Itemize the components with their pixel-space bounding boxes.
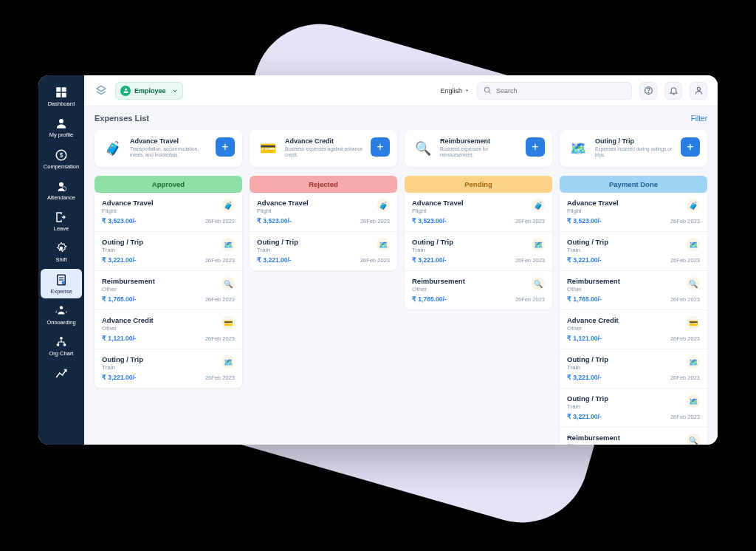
expense-subtitle: Train <box>102 247 235 253</box>
user-avatar-icon <box>120 86 131 96</box>
exit-icon <box>55 211 68 224</box>
sidebar-item-leave[interactable]: Leave <box>41 206 82 236</box>
category-desc: Business expenses against advance credit… <box>285 146 365 159</box>
expense-card[interactable]: Outing / TripTrain₹ 3,221.00/-26Feb 2023… <box>405 232 552 271</box>
search-box[interactable] <box>477 82 632 100</box>
expense-subtitle: Flight <box>257 208 390 214</box>
sidebar-item-label: Leave <box>54 226 69 232</box>
category-card-outing: 🗺️ Outing / Trip Expenses incurred durin… <box>560 130 707 167</box>
content-area: Expenses List Filter 🧳 Advance Travel Tr… <box>84 106 718 445</box>
sidebar-item-orgchart[interactable]: Org Chart <box>41 331 82 360</box>
expense-card[interactable]: Advance CreditOther₹ 1,121.00/-26Feb 202… <box>94 310 242 349</box>
expense-title: Advance Travel <box>257 199 390 207</box>
expense-amount: ₹ 3,523.00/- <box>412 217 447 225</box>
expense-card[interactable]: Outing / TripTrain₹ 3,221.00/-26Feb 2023… <box>560 389 707 428</box>
expense-type-icon: 🗺️ <box>377 238 390 251</box>
sidebar-item-label: Onboarding <box>47 320 75 326</box>
sidebar-item-dashboard[interactable]: Dashboard <box>41 81 82 111</box>
expense-type-icon: 🔍 <box>687 434 700 445</box>
expense-title: Reimbursement <box>567 277 700 285</box>
role-selector[interactable]: Employee <box>115 82 183 100</box>
expense-card[interactable]: Advance CreditOther₹ 1,121.00/-26Feb 202… <box>560 310 707 349</box>
expense-card[interactable]: Outing / TripTrain₹ 3,221.00/-26Feb 2023… <box>250 232 397 270</box>
sidebar-item-more[interactable] <box>41 362 82 383</box>
svg-rect-3 <box>62 93 66 97</box>
expense-amount: ₹ 1,765.00/- <box>102 295 137 303</box>
expense-subtitle: Other <box>412 286 545 292</box>
search-icon <box>484 86 492 95</box>
reimbursement-icon: 🔍 <box>412 137 434 160</box>
kanban-columns: ApprovedAdvance TravelFlight₹ 3,523.00/-… <box>94 176 707 445</box>
category-desc: Transportation, accommodation, meals, an… <box>130 146 210 159</box>
expense-type-icon: 🧳 <box>532 199 545 212</box>
expense-card[interactable]: Advance TravelFlight₹ 3,523.00/-26Feb 20… <box>560 193 707 232</box>
add-outing-button[interactable]: + <box>681 137 700 157</box>
expense-title: Advance Travel <box>567 199 700 207</box>
expense-title: Outing / Trip <box>567 355 700 363</box>
language-label: English <box>440 87 462 95</box>
kanban-column: ApprovedAdvance TravelFlight₹ 3,523.00/-… <box>94 176 242 445</box>
expense-subtitle: Train <box>567 403 700 410</box>
category-desc: Business expenses for reimbursement. <box>440 146 520 159</box>
expense-date: 26Feb 2023 <box>205 257 235 264</box>
expense-card[interactable]: ReimbursementOther₹ 1,765.00/-26Feb 2023… <box>94 271 242 310</box>
expense-card[interactable]: Outing / TripTrain₹ 3,221.00/-26Feb 2023… <box>560 349 707 389</box>
profile-button[interactable] <box>690 82 707 100</box>
sidebar-item-label: Dashboard <box>48 101 75 107</box>
expense-amount: ₹ 3,221.00/- <box>567 256 602 264</box>
sidebar-item-shift[interactable]: Shift <box>41 237 82 267</box>
svg-point-17 <box>63 343 66 346</box>
expense-amount: ₹ 3,221.00/- <box>567 413 602 420</box>
sidebar-item-compensation[interactable]: $ Compensation <box>41 144 82 174</box>
sidebar-item-attendance[interactable]: Attendance <box>41 175 82 205</box>
expense-title: Outing / Trip <box>102 238 235 246</box>
expense-amount: ₹ 3,221.00/- <box>257 256 292 264</box>
expense-card[interactable]: ReimbursementOther🔍 <box>560 428 707 445</box>
expense-card[interactable]: Outing / TripTrain₹ 3,221.00/-26Feb 2023… <box>94 232 242 271</box>
expense-card[interactable]: Advance TravelFlight₹ 3,523.00/-26Feb 20… <box>250 193 397 232</box>
expense-amount: ₹ 3,221.00/- <box>567 374 602 381</box>
sidebar-item-label: Org Chart <box>49 351 74 357</box>
expense-amount: ₹ 3,523.00/- <box>567 217 602 225</box>
notifications-button[interactable] <box>664 82 682 100</box>
expense-title: Outing / Trip <box>102 355 235 363</box>
map-icon: 🗺️ <box>567 137 589 160</box>
sidebar-item-expense[interactable]: Expense <box>41 269 82 298</box>
expense-card[interactable]: Advance TravelFlight₹ 3,523.00/-26Feb 20… <box>405 193 552 232</box>
search-input[interactable] <box>496 87 625 95</box>
expense-amount: ₹ 1,765.00/- <box>412 295 447 303</box>
expense-subtitle: Other <box>567 442 700 445</box>
filter-link[interactable]: Filter <box>691 114 707 123</box>
add-reimbursement-button[interactable]: + <box>526 137 545 157</box>
expense-type-icon: 🗺️ <box>532 238 545 251</box>
add-advance-credit-button[interactable]: + <box>371 137 390 157</box>
sidebar-item-label: Shift <box>55 257 66 263</box>
add-advance-travel-button[interactable]: + <box>216 137 235 157</box>
expense-subtitle: Other <box>567 286 700 292</box>
column-header: Approved <box>94 176 242 193</box>
expense-amount: ₹ 3,523.00/- <box>102 217 137 225</box>
category-card-reimbursement: 🔍 Reimbursement Business expenses for re… <box>405 130 552 167</box>
expense-card[interactable]: ReimbursementOther₹ 1,765.00/-26Feb 2023… <box>560 271 707 310</box>
expense-title: Advance Credit <box>567 316 700 324</box>
sidebar-item-onboarding[interactable]: Onboarding <box>41 300 82 329</box>
language-selector[interactable]: English <box>440 87 470 95</box>
expense-date: 26Feb 2023 <box>670 335 700 342</box>
expense-card[interactable]: Advance TravelFlight₹ 3,523.00/-26Feb 20… <box>94 193 242 232</box>
expense-amount: ₹ 1,765.00/- <box>567 295 602 303</box>
expense-type-icon: 🧳 <box>377 199 390 212</box>
help-button[interactable] <box>639 82 657 100</box>
expense-type-icon: 💳 <box>221 316 235 329</box>
role-label: Employee <box>134 87 166 95</box>
expense-type-icon: 🔍 <box>221 277 235 290</box>
svg-point-13 <box>62 281 66 284</box>
expense-card[interactable]: Outing / TripTrain₹ 3,221.00/-26Feb 2023… <box>560 232 707 271</box>
expense-subtitle: Flight <box>567 208 700 214</box>
sidebar-item-profile[interactable]: My profile <box>41 112 82 142</box>
expense-type-icon: 🔍 <box>687 277 700 290</box>
expense-title: Reimbursement <box>412 277 545 285</box>
expense-card[interactable]: ReimbursementOther₹ 1,765.00/-26Feb 2023… <box>405 271 552 309</box>
expense-card[interactable]: Outing / TripTrain₹ 3,221.00/-26Feb 2023… <box>94 349 242 388</box>
expense-subtitle: Train <box>567 364 700 371</box>
expense-amount: ₹ 3,221.00/- <box>102 374 137 381</box>
